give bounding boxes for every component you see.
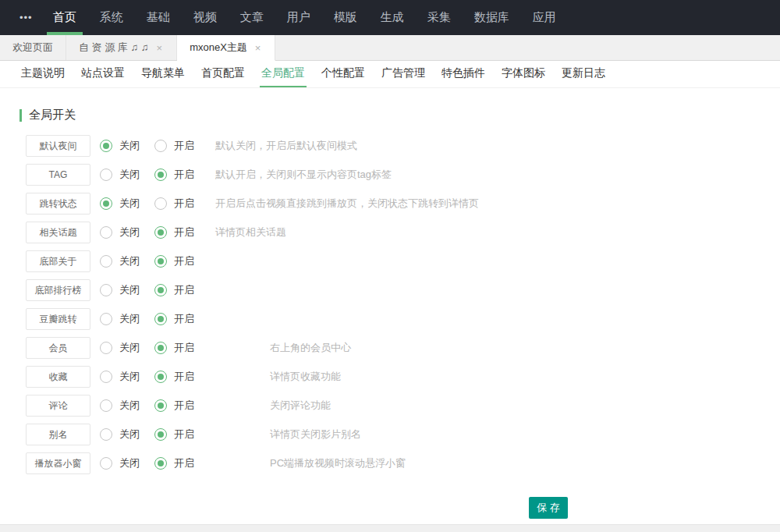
radio-off-option[interactable]: 关闭 [100, 283, 154, 297]
main-menu: 首页 系统 基础 视频 文章 用户 模版 生成 采集 数据库 应用 [48, 0, 561, 35]
radio-on-option[interactable]: 开启 [154, 312, 209, 326]
more-menu-icon[interactable]: ••• [20, 0, 33, 35]
radio-circle-icon [100, 428, 112, 441]
radio-off-label: 关闭 [119, 225, 140, 239]
radio-on-option[interactable]: 开启 [154, 225, 209, 239]
radio-circle-icon [154, 371, 167, 383]
radio-circle-icon [100, 342, 112, 354]
radio-off-option[interactable]: 关闭 [100, 370, 154, 384]
radio-on-option[interactable]: 开启 [154, 341, 209, 355]
radio-on-option[interactable]: 开启 [154, 168, 209, 182]
radio-off-option[interactable]: 关闭 [100, 197, 154, 211]
tab-theme-intro[interactable]: 主题说明 [20, 61, 66, 87]
radio-circle-icon [154, 284, 167, 296]
setting-label-button[interactable]: 播放器小窗 [26, 452, 90, 474]
nav-item-template[interactable]: 模版 [329, 0, 362, 35]
title-accent-bar [20, 109, 22, 122]
setting-label-button[interactable]: 别名 [26, 424, 90, 445]
nav-item-home[interactable]: 首页 [48, 0, 81, 35]
radio-off-option[interactable]: 关闭 [100, 399, 154, 413]
nav-item-system[interactable]: 系统 [95, 0, 128, 35]
nav-item-collect[interactable]: 采集 [423, 0, 456, 35]
tab-mxonex-theme-label: mxoneX主题 [190, 41, 247, 55]
radio-circle-icon [154, 168, 167, 181]
radio-on-label: 开启 [174, 168, 194, 182]
radio-circle-icon [100, 399, 112, 412]
setting-label-button[interactable]: 会员 [26, 337, 90, 359]
nav-item-article[interactable]: 文章 [236, 0, 268, 35]
tab-mxonex-theme[interactable]: mxoneX主题 × [177, 35, 275, 61]
setting-label-button[interactable]: 默认夜间 [26, 135, 90, 157]
radio-circle-icon [154, 342, 167, 354]
setting-label-button[interactable]: 相关话题 [26, 222, 90, 243]
setting-description: 默认开启，关闭则不显示内容页tag标签 [215, 168, 392, 182]
radio-off-option[interactable]: 关闭 [100, 312, 154, 326]
setting-description: 默认关闭，开启后默认夜间模式 [215, 139, 357, 153]
close-icon[interactable]: × [254, 41, 263, 55]
nav-item-user[interactable]: 用户 [282, 0, 315, 35]
tab-font-icons[interactable]: 字体图标 [500, 61, 547, 87]
setting-row-member: 会员 关闭 开启 右上角的会员中心 [0, 337, 780, 359]
radio-off-option[interactable]: 关闭 [100, 168, 154, 182]
page-bottom-strip [0, 524, 780, 532]
radio-off-label: 关闭 [119, 283, 140, 297]
setting-label-button[interactable]: 评论 [26, 395, 90, 417]
radio-on-option[interactable]: 开启 [154, 427, 209, 442]
close-icon[interactable]: × [155, 41, 165, 55]
admin-screen: ••• 首页 系统 基础 视频 文章 用户 模版 生成 采集 数据库 应用 欢迎… [0, 0, 780, 532]
setting-row-related-topics: 相关话题 关闭 开启 详情页相关话题 [0, 222, 780, 243]
radio-off-option[interactable]: 关闭 [100, 225, 154, 239]
radio-on-option[interactable]: 开启 [154, 370, 209, 384]
setting-row-mini-player: 播放器小窗 关闭 开启 PC端播放视频时滚动悬浮小窗 [0, 452, 780, 474]
radio-on-option[interactable]: 开启 [154, 456, 209, 470]
tab-welcome[interactable]: 欢迎页面 [0, 35, 66, 60]
save-button[interactable]: 保 存 [529, 497, 568, 519]
radio-off-label: 关闭 [119, 197, 140, 211]
radio-off-option[interactable]: 关闭 [100, 427, 154, 442]
radio-off-label: 关闭 [119, 341, 140, 355]
radio-circle-icon [154, 140, 167, 152]
setting-label-button[interactable]: TAG [26, 164, 90, 186]
radio-circle-icon [154, 399, 167, 412]
nav-item-basic[interactable]: 基础 [142, 0, 175, 35]
tab-ad-management[interactable]: 广告管理 [380, 61, 427, 87]
radio-circle-icon [154, 197, 167, 210]
tab-global-config[interactable]: 全局配置 [260, 61, 307, 87]
section-title-text: 全局开关 [29, 108, 76, 122]
tab-changelog[interactable]: 更新日志 [560, 61, 607, 87]
setting-row-favorites: 收藏 关闭 开启 详情页收藏功能 [0, 366, 780, 388]
radio-off-option[interactable]: 关闭 [100, 456, 154, 470]
setting-label-button[interactable]: 跳转状态 [26, 193, 90, 215]
radio-on-option[interactable]: 开启 [154, 197, 209, 211]
setting-label-button[interactable]: 底部关于 [26, 250, 90, 272]
tab-site-settings[interactable]: 站点设置 [80, 61, 126, 87]
radio-on-option[interactable]: 开启 [154, 283, 209, 297]
setting-label-button[interactable]: 底部排行榜 [26, 279, 90, 301]
radio-off-option[interactable]: 关闭 [100, 139, 154, 153]
tab-resource-library[interactable]: 自 资 源 库 ♫ ♫ × [66, 35, 177, 60]
radio-on-option[interactable]: 开启 [154, 254, 209, 268]
radio-off-option[interactable]: 关闭 [100, 254, 154, 268]
setting-description: 右上角的会员中心 [270, 341, 351, 355]
radio-off-option[interactable]: 关闭 [100, 341, 154, 355]
radio-on-option[interactable]: 开启 [154, 139, 209, 153]
nav-item-generate[interactable]: 生成 [376, 0, 409, 35]
setting-row-douban-jump: 豆瓣跳转 关闭 开启 [0, 308, 780, 330]
tab-personal-config[interactable]: 个性配置 [320, 61, 367, 87]
nav-item-app[interactable]: 应用 [528, 0, 561, 35]
radio-circle-icon [100, 313, 112, 325]
setting-row-tag: TAG 关闭 开启 默认开启，关闭则不显示内容页tag标签 [0, 164, 780, 186]
radio-on-option[interactable]: 开启 [154, 399, 209, 413]
radio-circle-icon [100, 371, 112, 383]
nav-item-database[interactable]: 数据库 [470, 0, 514, 35]
setting-label-button[interactable]: 收藏 [26, 366, 90, 388]
radio-on-label: 开启 [174, 399, 194, 413]
radio-circle-icon [154, 313, 167, 325]
setting-description: PC端播放视频时滚动悬浮小窗 [270, 456, 406, 470]
setting-label-button[interactable]: 豆瓣跳转 [26, 308, 90, 330]
radio-on-label: 开启 [174, 139, 194, 153]
tab-featured-plugins[interactable]: 特色插件 [440, 61, 487, 87]
nav-item-video[interactable]: 视频 [189, 0, 222, 35]
tab-nav-menu[interactable]: 导航菜单 [140, 61, 186, 87]
tab-home-config[interactable]: 首页配置 [200, 61, 246, 87]
